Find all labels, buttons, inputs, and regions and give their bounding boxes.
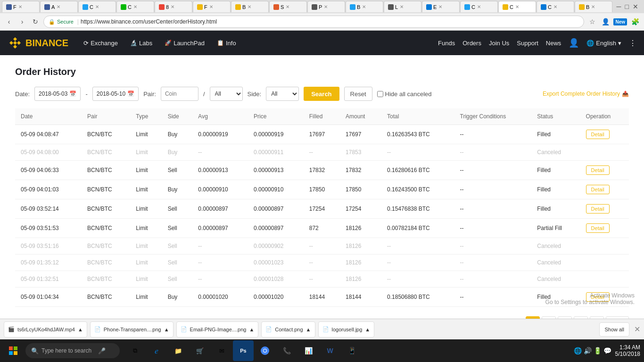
reset-button[interactable]: Reset (344, 87, 372, 101)
cell-avg: 0.00000910 (192, 180, 248, 199)
tab-5[interactable]: 8 ✕ (155, 1, 192, 12)
cell-operation[interactable]: Detail (580, 180, 629, 199)
address-bar[interactable]: 🔒 Secure | https://www.binance.com/userC… (43, 16, 584, 28)
col-total: Total (381, 108, 454, 125)
nav-links: ⟳ Exchange 🔬 Labs 🚀 LaunchPad 📋 Info (78, 37, 242, 49)
date-from-input[interactable]: 2018-05-03 📅 (34, 87, 81, 101)
download-chevron-2[interactable]: ▲ (164, 327, 169, 332)
nav-funds[interactable]: Funds (438, 40, 455, 47)
table-row: 05-09 03:52:14 BCN/BTC Limit Sell 0.0000… (15, 199, 629, 219)
nav-support[interactable]: Support (517, 40, 538, 47)
start-button[interactable] (4, 341, 23, 360)
user-icon[interactable]: 👤 (600, 16, 611, 27)
nav-info[interactable]: 📋 Info (211, 37, 242, 49)
taskbar-store[interactable]: 🛒 (190, 340, 210, 361)
cell-operation[interactable]: Detail (580, 199, 629, 219)
nav-language[interactable]: 🌐 English ▾ (586, 40, 621, 47)
coin-input[interactable] (161, 87, 198, 101)
tab-facebook[interactable]: F ✕ (2, 1, 40, 12)
bookmark-icon[interactable]: ☆ (587, 16, 597, 27)
search-button[interactable]: Search (304, 87, 339, 101)
extensions-icon[interactable]: 🧩 (630, 16, 640, 27)
hide-canceled-checkbox[interactable] (377, 91, 383, 97)
detail-button[interactable]: Detail (586, 292, 610, 302)
taskbar-sound-icon[interactable]: 🔊 (584, 347, 592, 354)
tab-12[interactable]: E ✕ (422, 1, 460, 12)
tab-4[interactable]: C ✕ (116, 1, 154, 12)
taskbar-chrome[interactable] (255, 340, 275, 361)
nav-labs[interactable]: 🔬 Labs (124, 37, 158, 49)
taskbar-clock[interactable]: 1:34 AM 5/10/2018 (615, 344, 640, 357)
nav-user-icon[interactable]: 👤 (569, 38, 579, 48)
cell-operation[interactable]: Detail (580, 219, 629, 238)
detail-button[interactable]: Detail (586, 185, 610, 194)
taskbar-viber[interactable]: 📞 (276, 340, 297, 361)
cell-operation[interactable]: Detail (580, 161, 629, 180)
cell-total: -- (381, 144, 454, 161)
show-all-button[interactable]: Show all (599, 322, 629, 337)
tab-close[interactable]: ✕ (18, 4, 22, 9)
tab-binance-active[interactable]: C ✕ (498, 1, 536, 12)
nav-join-us[interactable]: Join Us (489, 40, 509, 47)
tab-16[interactable]: B ✕ (575, 1, 612, 12)
download-chevron-3[interactable]: ▲ (249, 327, 254, 332)
detail-button[interactable]: Detail (586, 223, 610, 233)
download-chevron-1[interactable]: ▲ (78, 327, 83, 332)
pair-select[interactable]: All (210, 87, 243, 101)
download-chevron-5[interactable]: ▲ (365, 327, 370, 332)
tab-2[interactable]: A ✕ (40, 1, 78, 12)
cell-operation[interactable]: Detail (580, 288, 629, 307)
tab-15[interactable]: C ✕ (537, 1, 574, 12)
taskbar-network-icon[interactable]: 🌐 (574, 347, 582, 354)
maximize-btn[interactable]: □ (625, 3, 629, 10)
download-item-3[interactable]: 📄 Email-PNG-Image....png ▲ (176, 321, 259, 337)
taskbar-mail[interactable]: ✉ (211, 340, 232, 361)
tab-8[interactable]: S ✕ (269, 1, 307, 12)
binance-logo[interactable]: BINANCE (8, 35, 68, 50)
download-chevron-4[interactable]: ▲ (306, 327, 311, 332)
detail-button[interactable]: Detail (586, 165, 610, 175)
close-btn[interactable]: ✕ (633, 3, 638, 10)
download-item-5[interactable]: 📄 logorusell.jpg ▲ (318, 321, 375, 337)
refresh-button[interactable]: ↻ (30, 16, 41, 27)
minimize-btn[interactable]: ─ (617, 3, 621, 10)
tab-9[interactable]: P ✕ (307, 1, 345, 12)
taskbar-android[interactable]: 📱 (341, 340, 362, 361)
tab-10[interactable]: B ✕ (346, 1, 383, 12)
cell-pair: BCN/BTC (82, 144, 130, 161)
tab-11[interactable]: L ✕ (384, 1, 421, 12)
cell-operation[interactable]: Detail (580, 125, 629, 144)
tab-13[interactable]: C ✕ (460, 1, 498, 12)
taskbar-battery-icon[interactable]: 🔋 (594, 347, 602, 354)
taskbar-edge[interactable]: 𝑒 (146, 340, 167, 361)
nav-news[interactable]: News (546, 40, 561, 47)
downloads-close-button[interactable]: ✕ (634, 325, 640, 334)
detail-button[interactable]: Detail (586, 130, 610, 139)
detail-button[interactable]: Detail (586, 204, 610, 214)
nav-orders[interactable]: Orders (462, 40, 481, 47)
nav-extra-icon[interactable]: ⋮ (629, 39, 636, 48)
cell-side: Buy (162, 288, 193, 307)
taskbar-notification-icon[interactable]: 💬 (603, 347, 611, 354)
side-select[interactable]: All Buy Sell (266, 87, 299, 101)
nav-launchpad[interactable]: 🚀 LaunchPad (159, 37, 210, 49)
nav-exchange[interactable]: ⟳ Exchange (78, 37, 124, 49)
taskbar-task-view[interactable]: ⧉ (124, 340, 145, 361)
back-button[interactable]: ‹ (4, 16, 14, 27)
cell-side: Sell (162, 255, 193, 271)
download-item-2[interactable]: 📄 Phone-Transparen....png ▲ (90, 321, 173, 337)
tab-6[interactable]: F ✕ (193, 1, 231, 12)
tab-7[interactable]: B ✕ (231, 1, 269, 12)
forward-button[interactable]: › (17, 16, 27, 27)
export-link[interactable]: Export Complete Order History 📤 (543, 90, 629, 97)
date-to-input[interactable]: 2018-05-10 📅 (92, 87, 139, 101)
tab-3[interactable]: C ✕ (78, 1, 116, 12)
download-item-4[interactable]: 📄 Contact.png ▲ (261, 321, 315, 337)
taskbar-search[interactable]: 🔍 Type here to search 🎤 (25, 343, 120, 358)
taskbar-office[interactable]: 📊 (298, 340, 319, 361)
taskbar-word[interactable]: W (320, 340, 340, 361)
download-item-1[interactable]: 🎬 ts6rLcyUKo4hdJAW.mp4 ▲ (4, 321, 87, 337)
taskbar-explorer[interactable]: 📁 (168, 340, 189, 361)
hide-canceled-label[interactable]: Hide all canceled (377, 90, 432, 98)
taskbar-ps[interactable]: Ps (233, 340, 254, 361)
